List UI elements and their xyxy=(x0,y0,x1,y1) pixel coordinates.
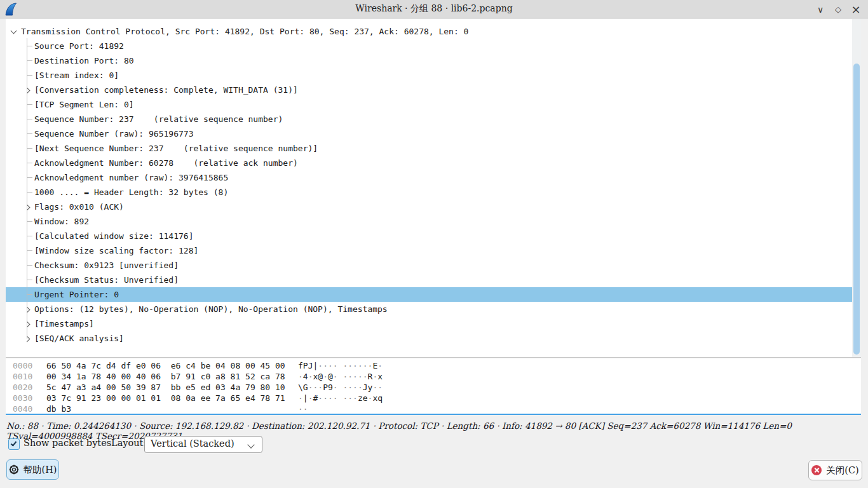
tree-row[interactable]: [Calculated window size: 114176] xyxy=(6,229,852,243)
tree-item-label: Acknowledgment number (raw): 3976415865 xyxy=(34,170,228,185)
tree-item-label: Sequence Number: 237 (relative sequence … xyxy=(34,112,283,126)
tree-row[interactable]: Source Port: 41892 xyxy=(6,39,852,53)
chevron-right-icon[interactable] xyxy=(24,336,31,342)
show-packet-bytes-checkbox[interactable] xyxy=(8,438,20,450)
minimize-icon[interactable]: ∨ xyxy=(813,3,827,17)
tree-row[interactable]: Acknowledgment number (raw): 3976415865 xyxy=(6,170,852,185)
hex-offset: 0020 xyxy=(13,382,41,393)
tree-item-label: [SEQ/ACK analysis] xyxy=(34,331,124,346)
hex-row[interactable]: 001000 34 1a 78 40 00 40 06 b7 91 c0 a8 … xyxy=(6,371,861,382)
close-window-icon[interactable]: × xyxy=(849,3,863,17)
chevron-right-icon[interactable] xyxy=(24,204,31,210)
tree-row[interactable]: [Timestamps] xyxy=(6,316,852,331)
checkmark-icon xyxy=(11,440,17,446)
tree-item-label: Sequence Number (raw): 965196773 xyxy=(34,126,193,141)
layout-dropdown-value: Vertical (Stacked) xyxy=(151,438,234,449)
tree-item-label: [Conversation completeness: Complete, WI… xyxy=(34,83,298,97)
tree-item-label: [Stream index: 0] xyxy=(34,68,119,83)
tree-guide-stub xyxy=(27,294,32,295)
hex-row[interactable]: 00205c 47 a3 a4 00 50 39 87 bb e5 ed 03 … xyxy=(6,382,861,393)
tree-item-label: [Timestamps] xyxy=(34,316,94,331)
tree-item-label: Destination Port: 80 xyxy=(34,53,134,68)
tree-item-label: Options: (12 bytes), No-Operation (NOP),… xyxy=(34,302,388,316)
tree-item-label: 1000 .... = Header Length: 32 bytes (8) xyxy=(34,185,228,200)
chevron-right-icon[interactable] xyxy=(24,321,31,327)
tree-row[interactable]: Transmission Control Protocol, Src Port:… xyxy=(6,24,852,39)
hex-ascii[interactable]: ·· xyxy=(298,403,308,414)
hex-ascii[interactable]: ·|·#···· ···ze·xq xyxy=(298,393,383,403)
hex-bytes[interactable]: 03 7c 91 23 00 00 01 01 08 0a ee 7a 65 e… xyxy=(46,393,298,403)
tree-guide-stub xyxy=(27,250,32,251)
help-icon xyxy=(9,464,19,475)
tree-row[interactable]: [Window size scaling factor: 128] xyxy=(6,243,852,258)
tree-rows: Transmission Control Protocol, Src Port:… xyxy=(6,24,852,346)
hex-bytes[interactable]: 66 50 4a 7c d4 df e0 06 e6 c4 be 04 08 0… xyxy=(46,360,298,371)
maximize-icon[interactable]: ◇ xyxy=(831,3,845,17)
hex-ascii[interactable]: fPJ|···· ······E· xyxy=(298,360,383,371)
layout-label: Layout: xyxy=(111,438,146,448)
tree-row[interactable]: Options: (12 bytes), No-Operation (NOP),… xyxy=(6,302,852,316)
tree-row[interactable]: [Stream index: 0] xyxy=(6,68,852,83)
close-button-label: 关闭(C) xyxy=(826,464,858,477)
hex-offset: 0030 xyxy=(13,393,41,403)
tree-guide-stub xyxy=(27,163,32,163)
packet-bytes-pane: 000066 50 4a 7c d4 df e0 06 e6 c4 be 04 … xyxy=(6,358,861,415)
tree-row[interactable]: [Next Sequence Number: 237 (relative seq… xyxy=(6,141,852,156)
tree-row[interactable]: Sequence Number (raw): 965196773 xyxy=(6,126,852,141)
hex-bytes[interactable]: 5c 47 a3 a4 00 50 39 87 bb e5 ed 03 4a 7… xyxy=(46,382,298,393)
tree-row[interactable]: [SEQ/ACK analysis] xyxy=(6,331,852,346)
tree-item-label: Source Port: 41892 xyxy=(34,39,124,53)
tree-guide-stub xyxy=(27,221,32,222)
tree-row[interactable]: [TCP Segment Len: 0] xyxy=(6,97,852,112)
chevron-right-icon[interactable] xyxy=(24,87,31,93)
tree-row[interactable]: Acknowledgment Number: 60278 (relative a… xyxy=(6,156,852,170)
hex-row[interactable]: 000066 50 4a 7c d4 df e0 06 e6 c4 be 04 … xyxy=(6,360,861,371)
tree-scrollbar[interactable] xyxy=(852,19,861,357)
hex-ascii[interactable]: ·4·x@·@· ·····R·x xyxy=(298,371,383,382)
tree-guide-stub xyxy=(27,280,32,280)
tree-item-label: [Checksum Status: Unverified] xyxy=(34,273,179,287)
hex-row[interactable]: 003003 7c 91 23 00 00 01 01 08 0a ee 7a … xyxy=(6,393,861,403)
tree-item-label: [Next Sequence Number: 237 (relative seq… xyxy=(34,141,318,156)
tree-guide-stub xyxy=(27,60,32,61)
hex-bytes[interactable]: 00 34 1a 78 40 00 40 06 b7 91 c0 a8 81 5… xyxy=(46,371,298,382)
hex-offset: 0000 xyxy=(13,360,41,371)
tree-guide-stub xyxy=(27,133,32,134)
hex-row[interactable]: 0040db b3·· xyxy=(6,403,861,414)
chevron-down-icon[interactable] xyxy=(11,29,17,35)
tree-item-label: [Window size scaling factor: 128] xyxy=(34,243,198,258)
chevron-right-icon[interactable] xyxy=(24,306,31,313)
tree-guide-stub xyxy=(27,148,32,149)
tree-row[interactable]: Destination Port: 80 xyxy=(6,53,852,68)
tree-guide-stub xyxy=(27,46,32,46)
tree-item-label: Transmission Control Protocol, Src Port:… xyxy=(21,24,468,39)
window-controls: ∨ ◇ × xyxy=(813,0,863,18)
tree-scrollbar-thumb[interactable] xyxy=(853,64,860,355)
hex-ascii[interactable]: \G···P9· ····Jy·· xyxy=(298,382,383,393)
tree-guide-stub xyxy=(27,104,32,105)
tree-row[interactable]: [Conversation completeness: Complete, WI… xyxy=(6,83,852,97)
hex-rows: 000066 50 4a 7c d4 df e0 06 e6 c4 be 04 … xyxy=(6,358,861,414)
tree-row[interactable]: Checksum: 0x9123 [unverified] xyxy=(6,258,852,273)
layout-dropdown[interactable]: Vertical (Stacked) xyxy=(144,436,262,453)
tree-row[interactable]: 1000 .... = Header Length: 32 bytes (8) xyxy=(6,185,852,200)
tree-row[interactable]: Window: 892 xyxy=(6,214,852,229)
tree-row[interactable]: Flags: 0x010 (ACK) xyxy=(6,200,852,214)
tree-item-label: Flags: 0x010 (ACK) xyxy=(34,200,124,214)
tree-item-label: Urgent Pointer: 0 xyxy=(34,287,119,302)
close-button[interactable]: 关闭(C) xyxy=(808,460,862,480)
controls-row: Show packet bytes Layout: Vertical (Stac… xyxy=(0,436,868,454)
packet-detail-tree: Transmission Control Protocol, Src Port:… xyxy=(6,19,861,358)
hex-bytes[interactable]: db b3 xyxy=(46,403,298,414)
tree-row[interactable]: [Checksum Status: Unverified] xyxy=(6,273,852,287)
tree-row[interactable]: Sequence Number: 237 (relative sequence … xyxy=(6,112,852,126)
help-button[interactable]: 帮助(H) xyxy=(6,459,59,480)
hex-offset: 0040 xyxy=(13,403,41,414)
tree-row[interactable]: Urgent Pointer: 0 xyxy=(6,287,852,302)
tree-guide-stub xyxy=(27,236,32,236)
tree-guide-stub xyxy=(27,119,32,119)
show-packet-bytes-label[interactable]: Show packet bytes xyxy=(24,438,111,448)
chevron-down-icon xyxy=(248,442,254,448)
tree-item-label: Checksum: 0x9123 [unverified] xyxy=(34,258,179,273)
hex-offset: 0010 xyxy=(13,371,41,382)
